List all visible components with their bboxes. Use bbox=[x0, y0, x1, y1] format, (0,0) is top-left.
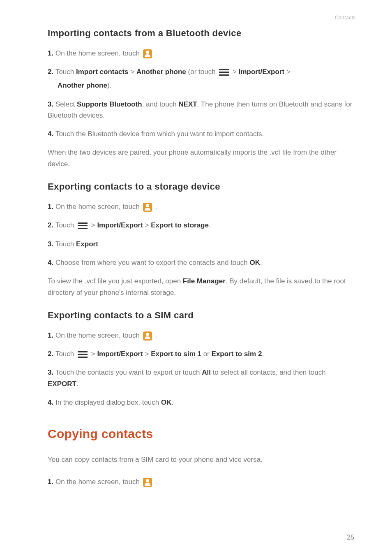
bold-text: Import/Export bbox=[97, 221, 143, 229]
contacts-app-icon bbox=[143, 331, 152, 341]
step-suffix: . bbox=[153, 331, 157, 339]
bold-text: Export to sim 2 bbox=[212, 350, 262, 358]
step-text: . bbox=[262, 350, 264, 358]
heading-importing-bluetooth: Importing contacts from a Bluetooth devi… bbox=[48, 28, 356, 39]
menu-icon bbox=[219, 69, 229, 76]
step-number: 1. bbox=[48, 203, 55, 211]
bold-text: OK bbox=[161, 398, 172, 406]
heading-copying-contacts: Copying contacts bbox=[48, 427, 356, 441]
step-number: 2. bbox=[48, 221, 55, 229]
bold-text: Another phone bbox=[136, 68, 186, 76]
step-text: > bbox=[129, 68, 136, 76]
step-continuation: Another phone). bbox=[48, 80, 356, 91]
header-category: Contacts bbox=[48, 15, 356, 21]
step-text: Touch the Bluetooth device from which yo… bbox=[55, 130, 264, 138]
step-text: (or touch bbox=[186, 68, 218, 76]
step-3: 3. Touch Export. bbox=[48, 239, 356, 250]
step-2: 2. Touch > Import/Export > Export to sim… bbox=[48, 348, 356, 359]
body-paragraph: To view the .vcf file you just exported,… bbox=[48, 276, 356, 299]
contacts-app-icon bbox=[143, 203, 152, 212]
step-suffix: . bbox=[153, 203, 157, 211]
bold-text: Export bbox=[76, 240, 98, 248]
step-number: 4. bbox=[48, 259, 55, 266]
step-text: > bbox=[284, 68, 291, 76]
step-text: > bbox=[89, 350, 97, 358]
step-text: Choose from where you want to export the… bbox=[55, 259, 250, 266]
bold-text: Import contacts bbox=[76, 68, 129, 76]
step-number: 1. bbox=[48, 331, 55, 339]
step-text: Touch bbox=[55, 240, 76, 248]
step-text: Touch bbox=[55, 68, 76, 76]
heading-exporting-storage: Exporting contacts to a storage device bbox=[48, 181, 356, 192]
step-4: 4. In the displayed dialog box, touch OK… bbox=[48, 397, 356, 408]
step-text: . bbox=[209, 221, 211, 229]
body-paragraph: You can copy contacts from a SIM card to… bbox=[48, 454, 356, 466]
step-number: 3. bbox=[48, 368, 55, 376]
step-text: . bbox=[260, 259, 262, 266]
step-number: 2. bbox=[48, 350, 55, 358]
bold-text: OK bbox=[249, 259, 260, 266]
step-text: . bbox=[76, 380, 78, 388]
heading-exporting-sim: Exporting contacts to a SIM card bbox=[48, 310, 356, 321]
step-text: On the home screen, touch bbox=[55, 49, 142, 57]
step-4: 4. Choose from where you want to export … bbox=[48, 257, 356, 268]
step-3: 3. Touch the contacts you want to export… bbox=[48, 367, 356, 389]
step-text: . bbox=[171, 398, 173, 406]
menu-icon bbox=[78, 351, 88, 358]
step-text: ). bbox=[107, 81, 111, 89]
step-2: 2. Touch > Import/Export > Export to sto… bbox=[48, 220, 356, 231]
step-number: 4. bbox=[48, 130, 55, 138]
step-text: In the displayed dialog box, touch bbox=[55, 398, 161, 406]
step-number: 1. bbox=[48, 478, 55, 486]
step-text: Touch bbox=[55, 221, 76, 229]
contacts-app-icon bbox=[143, 49, 152, 58]
menu-icon bbox=[78, 222, 88, 229]
step-text: > bbox=[231, 68, 238, 76]
bold-text: NEXT bbox=[178, 100, 197, 108]
body-text: To view the .vcf file you just exported,… bbox=[48, 277, 183, 285]
step-text: Select bbox=[55, 100, 77, 108]
bold-text: Export to sim 1 bbox=[151, 350, 201, 358]
body-paragraph: When the two devices are paired, your ph… bbox=[48, 147, 356, 170]
step-number: 2. bbox=[48, 68, 55, 76]
step-4: 4. Touch the Bluetooth device from which… bbox=[48, 128, 356, 139]
step-1: 1. On the home screen, touch . bbox=[48, 201, 356, 212]
step-text: or bbox=[201, 350, 212, 358]
step-number: 1. bbox=[48, 49, 55, 57]
bold-text: EXPORT bbox=[48, 380, 76, 388]
contacts-app-icon bbox=[143, 478, 152, 487]
step-number: 3. bbox=[48, 240, 55, 248]
step-text: On the home screen, touch bbox=[55, 478, 142, 486]
bold-text: Another phone bbox=[58, 81, 107, 89]
step-text: to select all contacts, and then touch bbox=[211, 368, 326, 376]
step-text: > bbox=[89, 221, 97, 229]
step-text: Touch the contacts you want to export or… bbox=[55, 368, 202, 376]
step-text: > bbox=[143, 350, 151, 358]
step-text: . bbox=[98, 240, 100, 248]
step-1: 1. On the home screen, touch . bbox=[48, 48, 356, 59]
step-suffix: . bbox=[153, 49, 157, 57]
step-1: 1. On the home screen, touch . bbox=[48, 330, 356, 341]
step-text: > bbox=[143, 221, 151, 229]
step-text: , and touch bbox=[142, 100, 179, 108]
step-3: 3. Select Supports Bluetooth, and touch … bbox=[48, 99, 356, 121]
step-number: 4. bbox=[48, 398, 55, 406]
bold-text: Export to storage bbox=[151, 221, 209, 229]
step-number: 3. bbox=[48, 100, 55, 108]
step-text: Touch bbox=[55, 350, 76, 358]
step-suffix: . bbox=[153, 478, 157, 486]
bold-text: All bbox=[202, 368, 211, 376]
step-1: 1. On the home screen, touch . bbox=[48, 476, 356, 487]
step-2: 2. Touch Import contacts > Another phone… bbox=[48, 66, 356, 91]
step-text: On the home screen, touch bbox=[55, 331, 142, 339]
bold-text: Supports Bluetooth bbox=[77, 100, 142, 108]
page-number: 25 bbox=[347, 534, 354, 541]
bold-text: Import/Export bbox=[239, 68, 284, 76]
bold-text: File Manager bbox=[183, 277, 226, 285]
step-text: On the home screen, touch bbox=[55, 203, 142, 211]
bold-text: Import/Export bbox=[97, 350, 143, 358]
